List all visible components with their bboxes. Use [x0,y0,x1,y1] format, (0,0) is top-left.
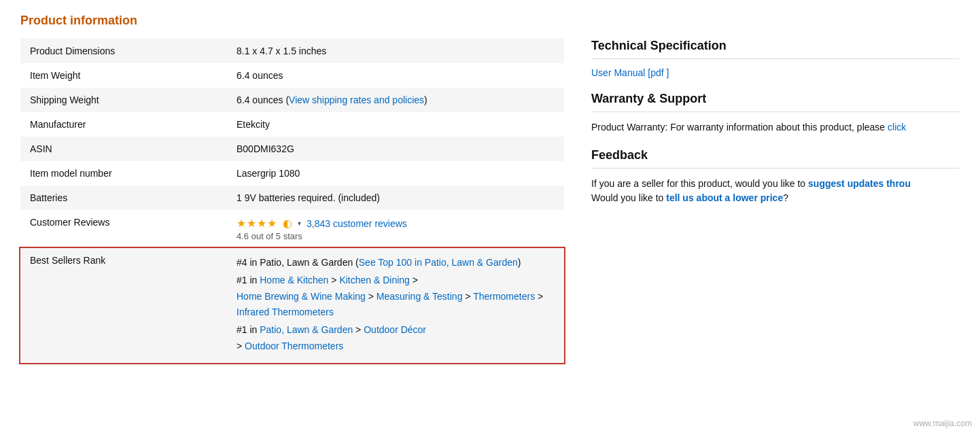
divider [591,168,960,169]
bsr-homebrewing-link[interactable]: Home Brewing & Wine Making [237,291,366,302]
bsr-sep-4: > [462,291,473,302]
row-label: Item model number [20,161,227,186]
bsr-rank-3: #1 in [237,324,260,335]
bsr-outdoor-therm-link[interactable]: Outdoor Thermometers [245,341,343,351]
bsr-line-3: #1 in Patio, Lawn & Garden > Outdoor Déc… [237,322,555,355]
star-icons: ★★★★ [237,217,277,230]
row-value-reviews: ★★★★◐ ▾ 3,843 customer reviews 4.6 out o… [227,210,564,248]
table-row-bsr: Best Sellers Rank #4 in Patio, Lawn & Ga… [20,248,564,363]
row-label: Manufacturer [20,112,227,137]
bsr-close-paren-1: ) [518,257,521,268]
bsr-sep-6: > [353,324,364,335]
product-info-table: Product Dimensions 8.1 x 4.7 x 1.5 inche… [20,39,564,363]
bsr-sep-3: > [366,291,377,302]
shipping-rates-link[interactable]: View shipping rates and policies [289,94,424,105]
row-label-bsr: Best Sellers Rank [20,248,227,363]
row-label: Batteries [20,186,227,210]
product-info-table-container: Product Dimensions 8.1 x 4.7 x 1.5 inche… [20,39,564,363]
table-row: ASIN B00DMI632G [20,137,564,161]
table-row: Product Dimensions 8.1 x 4.7 x 1.5 inche… [20,39,564,63]
bsr-home-kitchen-link[interactable]: Home & Kitchen [260,275,328,285]
row-value-bsr: #4 in Patio, Lawn & Garden (See Top 100 … [227,248,564,363]
bsr-measuring-link[interactable]: Measuring & Testing [377,291,463,302]
suggest-updates-link[interactable]: suggest updates throu [808,178,911,189]
bsr-infrared-link[interactable]: Infrared Thermometers [237,307,334,317]
feedback-text: If you are a seller for this product, wo… [591,177,960,205]
feedback-heading: Feedback [591,148,960,162]
row-value: B00DMI632G [227,137,564,161]
warranty-heading: Warranty & Support [591,92,960,106]
divider [591,58,960,59]
bsr-sep-1: > [328,275,339,285]
table-row: Manufacturer Etekcity [20,112,564,137]
warranty-text-label: Product Warranty: For warranty informati… [591,122,885,133]
bsr-patio-link[interactable]: Patio, Lawn & Garden [260,324,353,335]
row-value: 6.4 ounces [227,63,564,88]
row-label: Item Weight [20,63,227,88]
user-manual-link[interactable]: User Manual [pdf ] [591,67,669,78]
lower-price-link[interactable]: tell us about a lower price [666,192,783,203]
bsr-sep-5: > [535,291,543,302]
bsr-line-2: #1 in Home & Kitchen > Kitchen & Dining … [237,273,555,321]
bsr-rank-1: #4 in Patio, Lawn & Garden ( [237,257,359,268]
feedback-text-2: Would you like to [591,192,663,203]
row-label: ASIN [20,137,227,161]
row-value: Etekcity [227,112,564,137]
table-row: Item model number Lasergrip 1080 [20,161,564,186]
row-value: 8.1 x 4.7 x 1.5 inches [227,39,564,63]
bsr-rank-2: #1 in [237,275,260,285]
technical-spec-section: Technical Specification User Manual [pdf… [591,39,960,78]
feedback-text-1: If you are a seller for this product, wo… [591,178,805,189]
row-label: Shipping Weight [20,88,227,112]
reviews-count-link[interactable]: 3,843 customer reviews [307,218,407,229]
feedback-text-3: ? [783,192,788,203]
row-value: Lasergrip 1080 [227,161,564,186]
bsr-outdoor-decor-link[interactable]: Outdoor Décor [364,324,426,335]
row-label: Customer Reviews [20,210,227,248]
warranty-click-link[interactable]: click [888,122,906,133]
divider [591,111,960,112]
row-label: Product Dimensions [20,39,227,63]
table-row: Batteries 1 9V batteries required. (incl… [20,186,564,210]
table-row: Shipping Weight 6.4 ounces (View shippin… [20,88,564,112]
half-star-icon: ◐ [283,217,292,230]
warranty-text: Product Warranty: For warranty informati… [591,120,960,135]
right-column: Technical Specification User Manual [pdf… [591,39,960,363]
main-layout: Product Dimensions 8.1 x 4.7 x 1.5 inche… [20,39,960,363]
feedback-section: Feedback If you are a seller for this pr… [591,148,960,205]
table-row: Item Weight 6.4 ounces [20,63,564,88]
bsr-top100-link[interactable]: See Top 100 in Patio, Lawn & Garden [359,257,518,268]
row-value: 1 9V batteries required. (included) [227,186,564,210]
page-title: Product information [20,14,960,28]
technical-spec-heading: Technical Specification [591,39,960,53]
bsr-sep-2: > [410,275,418,285]
bsr-thermometers-link[interactable]: Thermometers [473,291,535,302]
table-row: Customer Reviews ★★★★◐ ▾ 3,843 customer … [20,210,564,248]
rating-line: ★★★★◐ ▾ 3,843 customer reviews [237,217,555,230]
bsr-line-1: #4 in Patio, Lawn & Garden (See Top 100 … [237,255,555,271]
bsr-kitchen-dining-link[interactable]: Kitchen & Dining [339,275,410,285]
warranty-section: Warranty & Support Product Warranty: For… [591,92,960,135]
row-value: 6.4 ounces (View shipping rates and poli… [227,88,564,112]
rating-sub: 4.6 out of 5 stars [237,231,555,241]
bsr-sep-7: > [237,341,245,351]
dropdown-arrow-icon[interactable]: ▾ [298,220,301,227]
